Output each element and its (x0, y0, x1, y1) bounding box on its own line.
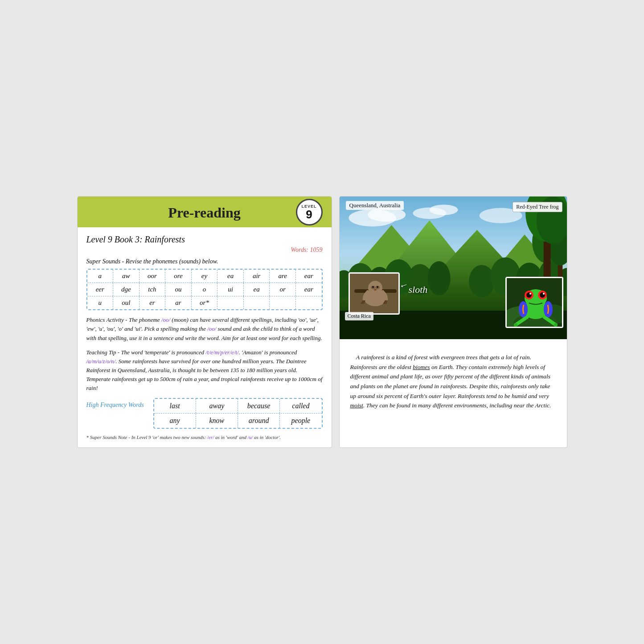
phonics-cell: a (87, 270, 114, 283)
hfw-cell: any (154, 414, 196, 428)
phonics-cell: oul (113, 296, 139, 309)
phonics-cell: or* (192, 296, 218, 309)
hfw-section: High Frequency Words last away because c… (86, 398, 323, 429)
phonics-cell (217, 296, 244, 309)
hfw-cell: away (196, 399, 238, 413)
level-number: 9 (306, 209, 312, 220)
svg-point-50 (543, 293, 545, 295)
words-label: Words: (291, 246, 310, 253)
phonics-cell: tch (139, 283, 166, 296)
hfw-label: High Frequency Words (86, 398, 153, 409)
phoneme-oo-2: /oo/ (207, 325, 216, 332)
costa-rica-label: Costa Rica (345, 312, 373, 320)
footnote-text: * Super Sounds Note - In Level 9 'or' ma… (86, 434, 323, 441)
phonics-row-1: a aw oor ore ey ea air are ear (87, 270, 322, 283)
hfw-grid: last away because called any know around… (153, 398, 323, 429)
phoneme-u: /u/ (248, 435, 253, 440)
hfw-cell: because (238, 399, 280, 413)
phonics-cell: ear (296, 283, 322, 296)
svg-point-36 (372, 286, 374, 288)
phonics-cell: o (192, 283, 218, 296)
phoneme-temperate: /t/e/m/p/er/e/t/ (205, 349, 238, 356)
svg-point-53 (514, 323, 517, 327)
svg-point-33 (368, 281, 382, 295)
phonics-cell: ui (217, 283, 244, 296)
queensland-label: Queensland, Australia (346, 201, 404, 210)
svg-point-4 (429, 205, 458, 215)
sloth-svg (350, 274, 400, 315)
phonics-cell: u (87, 296, 114, 309)
right-panel: ← sloth Costa Rica Queensland, Australia (339, 196, 567, 448)
phonics-activity-text: Phonics Activity - The phoneme /oo/ (moo… (86, 316, 323, 342)
svg-point-54 (554, 323, 558, 327)
phonics-cell (270, 296, 296, 309)
words-number: 1059 (310, 246, 323, 253)
phonics-cell: ou (165, 283, 192, 296)
phonics-row-3: u oul er ar or* (87, 296, 322, 309)
hfw-row-2: any know around people (154, 414, 322, 428)
sloth-label: sloth (409, 284, 428, 295)
sloth-image-box (349, 272, 400, 315)
super-sounds-label: Super Sounds - Revise the phonemes (soun… (86, 258, 323, 265)
phoneme-er: /er/ (207, 435, 214, 440)
hfw-cell: called (280, 399, 321, 413)
phonics-cell: ore (165, 270, 192, 283)
frog-svg (507, 278, 563, 328)
teaching-tip-text: Teaching Tip - The word 'temperate' is p… (86, 348, 323, 393)
frog-image-box (505, 277, 563, 328)
phonics-grid: a aw oor ore ey ea air are ear eer dge t… (86, 269, 323, 310)
hfw-row-1: last away because called (154, 399, 322, 414)
left-content: Level 9 Book 3: Rainforests Words: 1059 … (78, 227, 332, 447)
svg-point-38 (374, 289, 377, 291)
biomes-word: biomes (413, 364, 430, 370)
phonics-cell: er (139, 296, 166, 309)
level-badge: LEVEL 9 (296, 199, 323, 226)
phonics-cell: oor (139, 270, 166, 283)
left-panel: Pre-reading LEVEL 9 Level 9 Book 3: Rain… (77, 196, 332, 448)
phoneme-amazon: /a/m/u/z/o/n/ (86, 358, 116, 365)
phonics-cell: are (270, 270, 296, 283)
phonics-row-2: eer dge tch ou o ui ea or ear (87, 283, 322, 296)
hfw-cell: know (196, 414, 238, 428)
phonics-cell: eer (87, 283, 114, 296)
phonics-cell: ar (165, 296, 192, 309)
pre-reading-title: Pre-reading (168, 205, 240, 221)
phonics-cell: dge (113, 283, 139, 296)
phonics-cell: ea (217, 270, 244, 283)
phonics-cell (244, 296, 270, 309)
right-text-content: A rainforest is a kind of forest with ev… (340, 339, 567, 419)
image-section: ← sloth Costa Rica Queensland, Australia (340, 197, 567, 339)
phonics-cell: or (270, 283, 296, 296)
phonics-cell: aw (113, 270, 139, 283)
svg-point-37 (377, 286, 378, 288)
phonics-cell: ea (244, 283, 270, 296)
phonics-cell: ear (296, 270, 322, 283)
header-bar: Pre-reading LEVEL 9 (78, 197, 332, 227)
hfw-cell: last (154, 399, 196, 413)
svg-point-49 (529, 293, 531, 295)
svg-point-16 (427, 261, 450, 295)
svg-point-17 (469, 265, 495, 298)
phoneme-oo: /oo/ (161, 316, 170, 323)
frog-label: Red-Eyed Tree frog (513, 202, 562, 212)
phonics-cell (296, 296, 322, 309)
phonics-cell: ey (192, 270, 218, 283)
moist-word: moist (350, 402, 363, 409)
hfw-cell: around (238, 414, 280, 428)
page-container: Pre-reading LEVEL 9 Level 9 Book 3: Rain… (77, 196, 567, 448)
words-count: Words: 1059 (86, 246, 323, 254)
book-title: Level 9 Book 3: Rainforests (86, 234, 323, 245)
phonics-cell: air (244, 270, 270, 283)
hfw-cell: people (280, 414, 321, 428)
